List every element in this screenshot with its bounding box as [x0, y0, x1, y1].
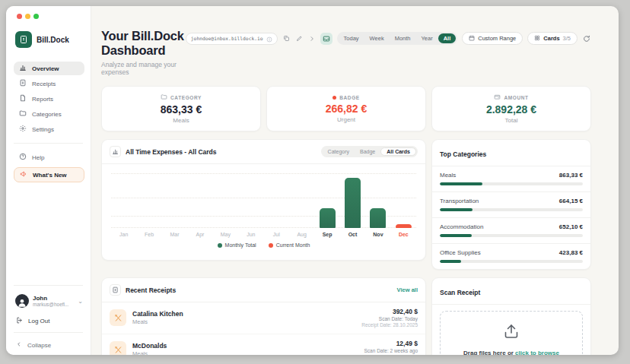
- cards-label: Cards: [543, 35, 559, 42]
- range-tab-year[interactable]: Year: [416, 33, 438, 43]
- inbox-email-pill[interactable]: johndoe@inbox.billdock.io: [186, 33, 278, 45]
- sidebar-item-label: Reports: [32, 96, 53, 103]
- inbox-button[interactable]: [320, 33, 332, 45]
- title-block: Your Bill.Dock Dashboard Analyze and man…: [101, 29, 186, 76]
- chart-bar[interactable]: [345, 178, 361, 228]
- chart-tabs: Category Badge All Cards: [321, 146, 418, 157]
- browse-link[interactable]: click to browse: [515, 350, 559, 356]
- refresh-button[interactable]: [582, 35, 591, 43]
- collapse-label: Collapse: [27, 342, 51, 349]
- sidebar-item-whats-new[interactable]: What's New: [14, 167, 84, 182]
- cards-button[interactable]: Cards 3/5: [527, 32, 578, 45]
- sidebar-item-settings[interactable]: Settings: [14, 122, 84, 136]
- receipt-date: Receipt Date: 05.12.2025: [361, 354, 418, 355]
- month-label: Dec: [391, 232, 416, 237]
- sidebar-item-overview[interactable]: Overview: [14, 62, 84, 75]
- stat-card-amount: AMOUNT 2.892,28 € Total: [431, 86, 591, 131]
- receipt-row[interactable]: McDonalds Meals 12,49 $ Scan Date: 2 wee…: [102, 334, 425, 355]
- sidebar-item-help[interactable]: Help: [14, 150, 84, 164]
- chart-tab-all-cards[interactable]: All Cards: [380, 147, 416, 156]
- stat-sublabel: Urgent: [337, 116, 355, 123]
- month-label: May: [213, 232, 238, 237]
- view-all-link[interactable]: View all: [397, 286, 418, 293]
- user-menu[interactable]: John markus@hoefl... ⌄: [14, 293, 84, 309]
- progress-fill: [440, 208, 473, 211]
- minimize-window-button[interactable]: [25, 14, 30, 19]
- chart-bar-slot: [238, 169, 263, 228]
- wallet-icon: [494, 93, 501, 101]
- window-controls[interactable]: [14, 12, 84, 19]
- chart-bar-slot: [136, 169, 161, 228]
- zoom-window-button[interactable]: [33, 14, 39, 19]
- collapse-sidebar-button[interactable]: Collapse: [16, 341, 84, 349]
- chart-tab-category[interactable]: Category: [323, 148, 355, 155]
- category-name: Office Supplies: [440, 249, 481, 256]
- receipt-meta: Catalina Kitchen Meals: [132, 310, 183, 326]
- month-label: Apr: [187, 232, 212, 237]
- category-row[interactable]: Meals863,33 €: [432, 166, 590, 192]
- chart-bar[interactable]: [396, 224, 412, 228]
- logout-button[interactable]: Log Out: [16, 317, 84, 325]
- receipt-date: Receipt Date: 28.10.2025: [361, 322, 418, 328]
- document-icon: [19, 94, 27, 103]
- chart-tab-badge[interactable]: Badge: [355, 148, 380, 155]
- sidebar-item-receipts[interactable]: Receipts: [14, 77, 84, 90]
- range-tab-month[interactable]: Month: [390, 33, 416, 43]
- category-value: 423,83 €: [559, 249, 583, 256]
- chevron-right-icon[interactable]: [308, 36, 316, 42]
- edit-email-button[interactable]: [295, 35, 304, 42]
- category-row[interactable]: Accommodation652,10 €: [432, 218, 590, 244]
- copy-email-button[interactable]: [282, 35, 291, 42]
- receipts-title: Recent Receipts: [126, 286, 176, 294]
- stat-value: 863,33 €: [161, 103, 202, 116]
- chart-bar-slot: [365, 169, 390, 228]
- month-label: Sep: [314, 232, 339, 237]
- logout-label: Log Out: [28, 318, 49, 324]
- calendar-icon: [469, 35, 475, 43]
- range-tab-week[interactable]: Week: [364, 33, 390, 43]
- sidebar-divider: [14, 143, 83, 144]
- custom-range-button[interactable]: Custom Range: [462, 32, 523, 45]
- chart-bar[interactable]: [320, 208, 336, 228]
- badge-dot-icon: [332, 96, 336, 100]
- receipt-row[interactable]: Catalina Kitchen Meals 392,40 $ Scan Dat…: [102, 302, 425, 334]
- month-label: Oct: [340, 232, 365, 237]
- chart-bar[interactable]: [370, 208, 386, 228]
- chevron-left-icon: [16, 341, 22, 349]
- chart-bar-slot: [391, 169, 416, 228]
- cards-count: 3/5: [563, 35, 571, 42]
- info-icon[interactable]: [266, 32, 272, 46]
- stat-sublabel: Total: [505, 117, 518, 124]
- sidebar-item-reports[interactable]: Reports: [14, 92, 84, 106]
- category-value: 652,10 €: [559, 223, 583, 230]
- user-meta: John markus@hoefl...: [33, 295, 68, 308]
- month-label: Jul: [264, 232, 289, 237]
- upload-icon: [502, 322, 520, 343]
- gear-icon: [19, 125, 27, 134]
- receipt-name: Catalina Kitchen: [132, 310, 183, 318]
- app-window: Bill.Dock Overview Receipts Reports Cate…: [6, 6, 619, 355]
- user-email: markus@hoefl...: [33, 302, 68, 307]
- receipt-amount: 392,40 $: [361, 308, 418, 316]
- range-tab-today[interactable]: Today: [339, 33, 364, 43]
- sidebar-item-categories[interactable]: Categories: [14, 107, 84, 121]
- receipt-name: McDonalds: [132, 342, 167, 350]
- top-categories-title: Top Categories: [440, 150, 486, 158]
- chart-card-header: All Time Expenses - All Cards Category B…: [102, 140, 425, 164]
- progress-fill: [440, 260, 461, 263]
- chart-title: All Time Expenses - All Cards: [126, 148, 217, 156]
- category-row[interactable]: Transportation664,15 €: [432, 192, 590, 218]
- chart-bar-slot: [289, 169, 314, 228]
- legend-monthly-total: Monthly Total: [218, 242, 256, 248]
- chart-bar-slot: [187, 169, 212, 228]
- chart-bar-slot: [314, 169, 339, 228]
- month-label: Aug: [289, 232, 314, 237]
- range-tab-all[interactable]: All: [438, 33, 457, 43]
- page-title: Your Bill.Dock Dashboard: [101, 29, 186, 58]
- category-row[interactable]: Office Supplies423,83 €: [432, 244, 590, 269]
- scan-body: Drag files here or click to browse JPG, …: [432, 305, 590, 355]
- file-dropzone[interactable]: Drag files here or click to browse JPG, …: [440, 311, 583, 355]
- close-window-button[interactable]: [17, 14, 22, 19]
- bar-chart-icon: [19, 64, 27, 73]
- top-categories-card: Top Categories Meals863,33 € Transportat…: [431, 139, 591, 270]
